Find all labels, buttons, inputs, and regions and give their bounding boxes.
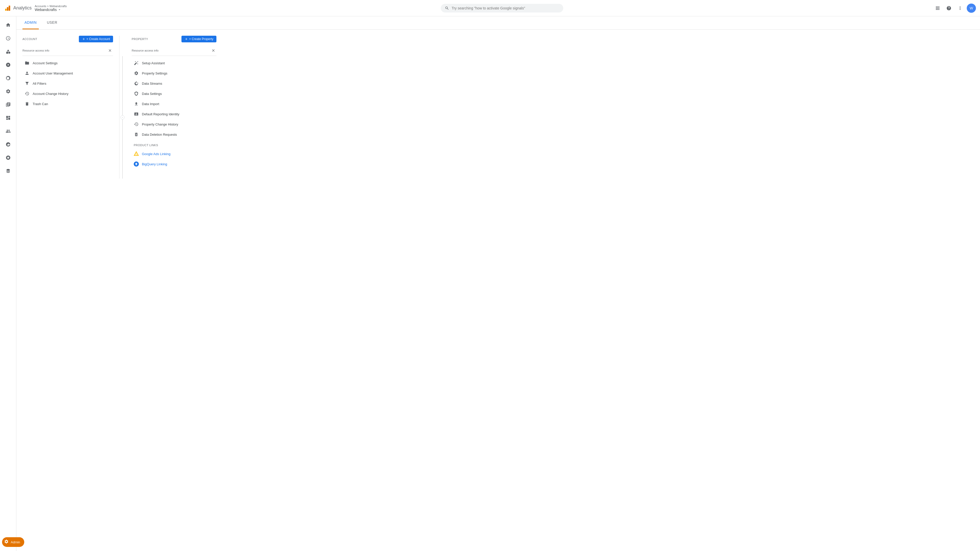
lifecycle-icon <box>6 49 11 54</box>
default-reporting-identity-item[interactable]: Default Reporting Identity <box>132 109 216 119</box>
column-divider <box>119 36 126 179</box>
configure-icon <box>6 89 11 94</box>
property-column: Property + Create Property Resource acce… <box>126 36 223 179</box>
account-settings-item[interactable]: Account Settings <box>22 58 113 68</box>
data-icon <box>6 168 11 173</box>
help-button[interactable] <box>944 3 953 13</box>
svg-rect-1 <box>7 7 8 11</box>
sidebar-item-home[interactable] <box>2 19 14 31</box>
property-change-history-item[interactable]: Property Change History <box>132 119 216 129</box>
filter-icon <box>24 81 30 86</box>
google-ads-logo <box>134 151 139 156</box>
svg-point-5 <box>122 117 123 118</box>
bigquery-linking-label: BigQuery Linking <box>142 162 167 166</box>
setup-assistant-item[interactable]: Setup Assistant <box>132 58 216 68</box>
account-column: Account + Create Account Resource access… <box>22 36 119 179</box>
data-import-item[interactable]: Data Import <box>132 99 216 109</box>
tab-user[interactable]: USER <box>45 16 59 29</box>
sidebar-item-audiences[interactable] <box>2 138 14 151</box>
property-resource-selector[interactable]: Resource access info <box>132 45 216 56</box>
sidebar-item-library[interactable] <box>2 98 14 111</box>
property-column-title: Property <box>132 38 148 41</box>
drag-handle[interactable] <box>121 115 124 119</box>
bigquery-linking-item[interactable]: BigQuery Linking <box>132 159 216 169</box>
plus-icon <box>82 37 86 41</box>
data-settings-item[interactable]: Data Settings <box>132 89 216 99</box>
create-property-button[interactable]: + Create Property <box>181 36 216 42</box>
logo-area[interactable]: Analytics <box>4 5 32 12</box>
more-button[interactable] <box>956 3 965 13</box>
sidebar-item-events[interactable] <box>2 151 14 164</box>
id-icon <box>134 111 139 117</box>
data-streams-label: Data Streams <box>142 82 162 86</box>
account-user-management-label: Account User Management <box>33 71 73 75</box>
account-change-history-label: Account Change History <box>33 92 68 96</box>
wand-icon <box>134 60 139 65</box>
bottom-admin-button[interactable]: Admin <box>2 537 24 547</box>
user-avatar[interactable]: W <box>967 3 976 13</box>
data-import-label: Data Import <box>142 102 159 106</box>
product-links-section-label: PRODUCT LINKS <box>134 144 215 147</box>
attribution-icon <box>6 129 11 134</box>
svg-rect-4 <box>6 52 8 54</box>
property-history-icon <box>134 122 139 127</box>
account-close-button[interactable] <box>107 48 113 54</box>
property-change-history-label: Property Change History <box>142 122 178 126</box>
app-name: Analytics <box>13 5 32 11</box>
trash-can-item[interactable]: Trash Can <box>22 99 113 109</box>
explore-icon <box>6 62 11 67</box>
sidebar-item-realtime[interactable] <box>2 32 14 44</box>
streams-icon <box>134 81 139 86</box>
advertising-icon <box>6 76 11 81</box>
svg-point-3 <box>8 52 10 54</box>
data-settings-icon <box>134 91 139 96</box>
account-column-header: Account + Create Account <box>22 36 113 42</box>
account-column-title: Account <box>22 38 37 41</box>
sidebar-item-advertising[interactable] <box>2 72 14 84</box>
sidebar-item-configure[interactable] <box>2 85 14 97</box>
data-settings-label: Data Settings <box>142 92 162 96</box>
drag-icon <box>121 116 124 118</box>
sidebar-item-lifecycle[interactable] <box>2 45 14 58</box>
clock-icon <box>6 36 11 41</box>
data-deletion-requests-item[interactable]: Data Deletion Requests <box>132 129 216 140</box>
main-content: ADMIN USER Account + Create Account Reso… <box>16 16 980 551</box>
analytics-logo-icon <box>4 5 11 12</box>
svg-marker-7 <box>134 152 138 156</box>
all-filters-item[interactable]: All Filters <box>22 78 113 89</box>
settings-icon <box>134 71 139 76</box>
property-close-button[interactable] <box>210 48 216 54</box>
account-resource-selector[interactable]: Resource access info <box>22 45 113 56</box>
account-change-history-item[interactable]: Account Change History <box>22 89 113 99</box>
all-filters-label: All Filters <box>33 82 46 86</box>
sidebar-item-data[interactable] <box>2 165 14 177</box>
account-user-management-item[interactable]: Account User Management <box>22 68 113 78</box>
events-icon <box>6 155 11 160</box>
sidebar-item-explore[interactable] <box>2 59 14 71</box>
sidebar-item-custom[interactable] <box>2 112 14 124</box>
trash-icon <box>24 101 30 106</box>
folder-icon <box>24 60 30 65</box>
property-column-header: Property + Create Property <box>132 36 216 42</box>
upload-icon <box>134 101 139 106</box>
plus-icon-prop <box>185 37 188 41</box>
property-settings-item[interactable]: Property Settings <box>132 68 216 78</box>
more-icon <box>958 6 963 11</box>
account-selector[interactable]: Accounts > Webandcrafts Webandcrafts <box>35 5 67 12</box>
search-box[interactable] <box>441 4 563 13</box>
admin-content: Account + Create Account Resource access… <box>16 30 980 185</box>
apps-button[interactable] <box>933 3 942 13</box>
create-account-button[interactable]: + Create Account <box>79 36 113 42</box>
search-area <box>75 4 929 13</box>
close-icon <box>108 48 112 52</box>
history-icon <box>24 91 30 96</box>
home-icon <box>6 22 11 27</box>
google-ads-linking-item[interactable]: Google Ads Linking <box>132 149 216 159</box>
google-ads-icon <box>134 151 139 156</box>
sidebar-item-attribution[interactable] <box>2 125 14 137</box>
data-deletion-requests-label: Data Deletion Requests <box>142 133 177 137</box>
tab-admin[interactable]: ADMIN <box>22 16 39 29</box>
search-input[interactable] <box>452 6 559 10</box>
sidebar <box>0 16 16 551</box>
data-streams-item[interactable]: Data Streams <box>132 78 216 89</box>
